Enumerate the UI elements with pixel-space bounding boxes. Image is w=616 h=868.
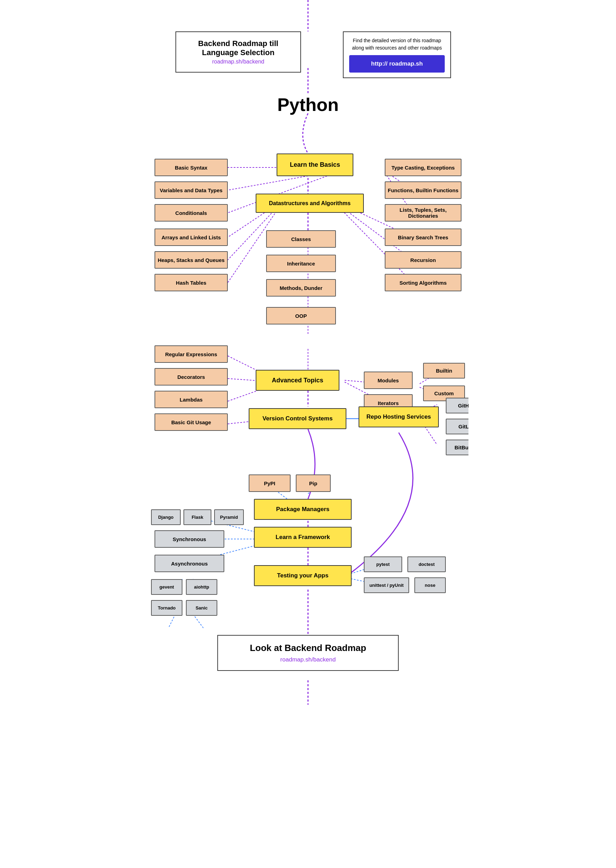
testing-node[interactable]: Testing your Apps <box>254 565 352 586</box>
oop-node[interactable]: OOP <box>266 307 336 324</box>
inheritance-node[interactable]: Inheritance <box>266 255 336 272</box>
pypi-node[interactable]: PyPI <box>249 475 291 492</box>
doctest-node[interactable]: doctest <box>407 557 446 572</box>
methods-node[interactable]: Methods, Dunder <box>266 279 336 297</box>
functions-node[interactable]: Functions, Builtin Functions <box>385 181 462 199</box>
synchronous-node[interactable]: Synchronous <box>154 530 224 548</box>
gitlab-node[interactable]: GitLab <box>446 419 468 434</box>
bitbucket-node[interactable]: BitBucket <box>446 440 468 455</box>
python-title: Python <box>148 94 468 115</box>
basic-git-node[interactable]: Basic Git Usage <box>154 414 228 431</box>
lists-node[interactable]: Lists, Tuples, Sets, Dictionaries <box>385 204 462 222</box>
title-box: Backend Roadmap till Language Selection … <box>176 31 301 72</box>
repo-hosting-node[interactable]: Repo Hosting Services <box>358 406 439 428</box>
svg-line-47 <box>193 614 203 628</box>
flask-node[interactable]: Flask <box>184 509 211 525</box>
django-node[interactable]: Django <box>151 509 181 525</box>
datastructures-node[interactable]: Datastructures and Algorithms <box>256 193 364 213</box>
nose-node[interactable]: nose <box>414 577 446 593</box>
unittest-node[interactable]: unittest / pyUnit <box>364 577 409 593</box>
pytest-node[interactable]: pytest <box>364 557 402 572</box>
learn-basics-node[interactable]: Learn the Basics <box>277 154 354 176</box>
learn-framework-node[interactable]: Learn a Framework <box>254 527 352 548</box>
basic-syntax-node[interactable]: Basic Syntax <box>154 159 228 176</box>
footer-box: Look at Backend Roadmap roadmap.sh/backe… <box>217 635 399 671</box>
header-link[interactable]: roadmap.sh/backend <box>187 58 290 65</box>
version-control-node[interactable]: Version Control Systems <box>249 408 346 429</box>
conditionals-node[interactable]: Conditionals <box>154 204 228 222</box>
builtin-node[interactable]: Builtin <box>423 363 465 379</box>
advanced-topics-node[interactable]: Advanced Topics <box>256 370 339 391</box>
pyramid-node[interactable]: Pyramid <box>214 509 244 525</box>
classes-node[interactable]: Classes <box>266 230 336 248</box>
variables-node[interactable]: Variables and Data Types <box>154 181 228 199</box>
info-text: Find the detailed version of this roadma… <box>349 37 445 52</box>
hash-tables-node[interactable]: Hash Tables <box>154 274 228 291</box>
aiohttp-node[interactable]: aiohttp <box>186 579 217 595</box>
github-node[interactable]: GitHub <box>446 398 468 414</box>
footer-title: Look at Backend Roadmap <box>232 643 384 653</box>
svg-line-46 <box>168 614 176 628</box>
info-box: Find the detailed version of this roadma… <box>343 31 451 78</box>
type-casting-node[interactable]: Type Casting, Exceptions <box>385 159 462 176</box>
package-managers-node[interactable]: Package Managers <box>254 499 352 520</box>
footer-link[interactable]: roadmap.sh/backend <box>232 656 384 663</box>
binary-search-node[interactable]: Binary Search Trees <box>385 228 462 246</box>
lambdas-node[interactable]: Lambdas <box>154 391 228 408</box>
regular-expr-node[interactable]: Regular Expressions <box>154 345 228 363</box>
heaps-node[interactable]: Heaps, Stacks and Queues <box>154 251 228 269</box>
arrays-node[interactable]: Arrays and Linked Lists <box>154 228 228 246</box>
gevent-node[interactable]: gevent <box>151 579 182 595</box>
sanic-node[interactable]: Sanic <box>186 600 217 616</box>
decorators-node[interactable]: Decorators <box>154 368 228 385</box>
tornado-node[interactable]: Tornado <box>151 600 182 616</box>
page-title: Backend Roadmap till Language Selection <box>187 39 290 57</box>
info-link-button[interactable]: http:// roadmap.sh <box>349 55 445 72</box>
modules-node[interactable]: Modules <box>364 371 413 389</box>
asynchronous-node[interactable]: Asynchronous <box>154 555 224 572</box>
recursion-node[interactable]: Recursion <box>385 251 462 269</box>
pip-node[interactable]: Pip <box>296 475 331 492</box>
sorting-node[interactable]: Sorting Algorithms <box>385 274 462 291</box>
